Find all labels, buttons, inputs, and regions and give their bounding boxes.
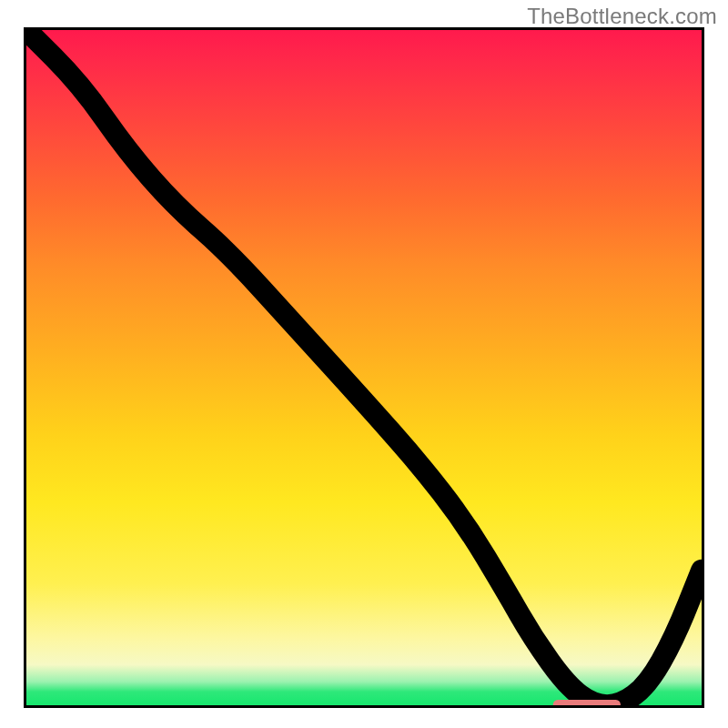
gradient-background xyxy=(26,30,702,705)
chart-container: TheBottleneck.com xyxy=(0,0,728,728)
attribution-text: TheBottleneck.com xyxy=(527,4,717,29)
plot-area xyxy=(24,27,704,708)
